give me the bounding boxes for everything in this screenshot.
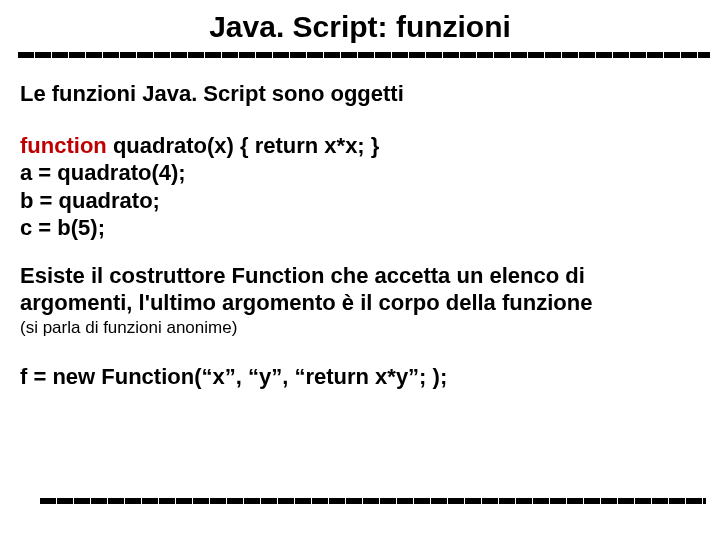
code-line-2: a = quadrato(4); xyxy=(20,159,700,187)
para-line-b: argomenti, l'ultimo argomento è il corpo… xyxy=(20,290,592,315)
keyword-function: function xyxy=(20,133,107,158)
para-line-a: Esiste il costruttore Function che accet… xyxy=(20,263,585,288)
paragraph-constructor: Esiste il costruttore Function che accet… xyxy=(20,262,700,317)
divider-top xyxy=(18,52,710,58)
code-line-4: c = b(5); xyxy=(20,214,700,242)
code-line-1: function quadrato(x) { return x*x; } xyxy=(20,132,700,160)
slide-title: Java. Script: funzioni xyxy=(0,0,720,50)
intro-text: Le funzioni Java. Script sono oggetti xyxy=(20,80,700,108)
slide: Java. Script: funzioni Le funzioni Java.… xyxy=(0,0,720,540)
code-line-3: b = quadrato; xyxy=(20,187,700,215)
slide-body: Le funzioni Java. Script sono oggetti fu… xyxy=(20,80,700,390)
divider-bottom xyxy=(40,498,706,504)
example-line: f = new Function(“x”, “y”, “return x*y”;… xyxy=(20,363,700,391)
note-anonymous: (si parla di funzioni anonime) xyxy=(20,317,700,339)
code-line-1-rest: quadrato(x) { return x*x; } xyxy=(107,133,380,158)
